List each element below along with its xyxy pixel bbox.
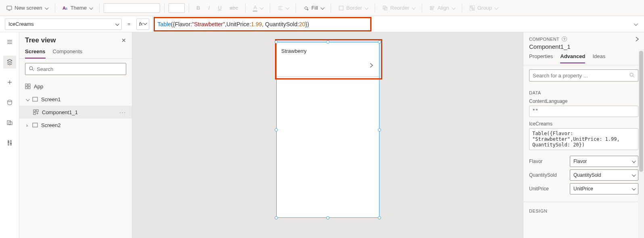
tree-search-input[interactable]	[37, 66, 123, 72]
help-icon[interactable]: ?	[562, 36, 567, 42]
svg-rect-31	[25, 84, 27, 86]
chevron-down-icon	[452, 5, 454, 11]
unitprice-label: UnitPrice	[529, 186, 549, 192]
quantitysold-select[interactable]: QuantitySold	[570, 169, 638, 181]
more-button[interactable]: ···	[119, 109, 126, 115]
search-icon	[29, 66, 34, 73]
svg-rect-0	[7, 6, 12, 10]
tree-item-component1[interactable]: Component1_1 ···	[19, 106, 132, 119]
resize-handle[interactable]	[326, 216, 329, 219]
properties-panel: COMPONENT ? Component1_1 Properties Adva…	[523, 32, 644, 238]
svg-rect-33	[25, 87, 27, 89]
resize-handle[interactable]	[378, 128, 381, 132]
resize-handle[interactable]	[378, 216, 381, 219]
bold-button[interactable]: B	[193, 3, 203, 13]
expand-formula-button[interactable]	[626, 21, 644, 27]
property-search-input[interactable]	[533, 73, 629, 79]
chevron-right-icon[interactable]: ›	[25, 122, 29, 128]
flavor-select-value: Flavor	[573, 159, 587, 164]
tree-view-nav[interactable]	[3, 56, 16, 69]
properties-tabs: Properties Advanced Ideas	[529, 53, 638, 63]
tree-list: App Screen1 Component1_1 ··· › Screen2	[19, 79, 132, 238]
font-color-button[interactable]: A	[250, 3, 266, 13]
tree-title: Tree view	[25, 36, 56, 44]
hamburger-button[interactable]	[3, 35, 16, 48]
flavor-select[interactable]: Flavor	[570, 156, 638, 167]
media-nav[interactable]	[3, 116, 16, 129]
new-screen-button[interactable]: New screen	[3, 3, 51, 13]
svg-line-30	[32, 69, 34, 71]
unitprice-select[interactable]: UnitPrice	[570, 183, 638, 194]
tree-item-label: App	[34, 84, 43, 90]
svg-rect-13	[431, 8, 433, 10]
fill-button[interactable]: Fill	[300, 3, 327, 13]
tab-properties[interactable]: Properties	[529, 53, 553, 63]
formula-input[interactable]: Table({Flavor: "Strawbetter",UnitPrice: …	[152, 16, 623, 32]
gallery-item[interactable]: Strawberry	[277, 42, 379, 77]
chevron-down-icon	[286, 5, 288, 11]
resize-handle[interactable]	[326, 40, 329, 44]
underline-label: U	[218, 5, 221, 11]
font-select[interactable]	[104, 3, 160, 13]
tree-item-label: Component1_1	[42, 109, 78, 115]
resize-handle[interactable]	[275, 216, 278, 219]
property-search-box[interactable]	[529, 69, 638, 81]
tree-item-app[interactable]: App	[19, 80, 132, 93]
chevron-down-icon	[260, 5, 263, 11]
contentlanguage-label: ContentLanguage	[529, 98, 638, 104]
formula-token: })	[305, 21, 309, 27]
reorder-button[interactable]: Reorder	[379, 3, 418, 13]
tools-nav[interactable]	[3, 136, 16, 149]
tree-item-screen2[interactable]: › Screen2	[19, 119, 132, 132]
theme-button[interactable]: Aa Theme	[59, 3, 95, 13]
data-nav[interactable]	[3, 96, 16, 109]
separator	[245, 4, 246, 13]
separator	[164, 4, 165, 13]
contentlanguage-input[interactable]: ""	[529, 106, 638, 117]
tree-search-box[interactable]	[25, 63, 126, 75]
border-button[interactable]: Border	[335, 3, 371, 13]
svg-rect-37	[36, 110, 38, 112]
chevron-down-icon	[321, 5, 323, 11]
icecreams-input[interactable]: Table({Flavor: "Strawbetter",UnitPrice: …	[529, 128, 638, 150]
svg-rect-25	[8, 140, 9, 145]
property-select[interactable]: IceCreams	[5, 19, 122, 30]
separator	[375, 4, 375, 13]
chevron-right-icon[interactable]	[369, 63, 374, 69]
scrollbar-thumb[interactable]	[639, 51, 643, 172]
italic-button[interactable]: I	[205, 3, 213, 13]
tab-advanced[interactable]: Advanced	[560, 53, 585, 63]
collapse-panel-button[interactable]	[634, 36, 640, 43]
tab-screens[interactable]: Screens	[25, 48, 46, 58]
align-icon	[277, 5, 283, 11]
strike-button[interactable]: abc	[227, 3, 242, 13]
new-screen-label: New screen	[15, 5, 42, 11]
resize-handle[interactable]	[378, 40, 381, 44]
chevron-down-icon	[632, 172, 635, 178]
align-button[interactable]: Align	[426, 3, 458, 13]
close-tree-button[interactable]: ✕	[121, 37, 126, 44]
svg-point-29	[29, 67, 33, 70]
quantitysold-label: QuantitySold	[529, 172, 557, 178]
formula-token: ,UnitPrice:	[225, 21, 251, 27]
chevron-down-icon	[494, 5, 497, 11]
resize-handle[interactable]	[275, 40, 278, 44]
fx-button[interactable]: fx	[136, 19, 149, 30]
formula-bar: IceCreams = fx Table({Flavor: "Strawbett…	[0, 16, 644, 32]
group-button[interactable]: Group	[466, 3, 500, 13]
chevron-down-icon[interactable]	[25, 96, 29, 102]
underline-button[interactable]: U	[215, 3, 225, 13]
tab-ideas[interactable]: Ideas	[592, 53, 605, 63]
tab-components[interactable]: Components	[53, 48, 83, 58]
equals-label: =	[125, 21, 133, 27]
canvas[interactable]: Strawberry	[132, 32, 523, 238]
text-align-button[interactable]	[274, 3, 292, 13]
resize-handle[interactable]	[275, 128, 278, 132]
font-size-input[interactable]	[169, 3, 185, 13]
insert-nav[interactable]	[3, 76, 16, 89]
app-icon	[25, 84, 31, 89]
device-frame[interactable]: Strawberry	[276, 42, 379, 218]
chevron-down-icon	[365, 5, 367, 11]
group-label: Group	[477, 5, 492, 11]
tree-item-screen1[interactable]: Screen1	[19, 93, 132, 106]
